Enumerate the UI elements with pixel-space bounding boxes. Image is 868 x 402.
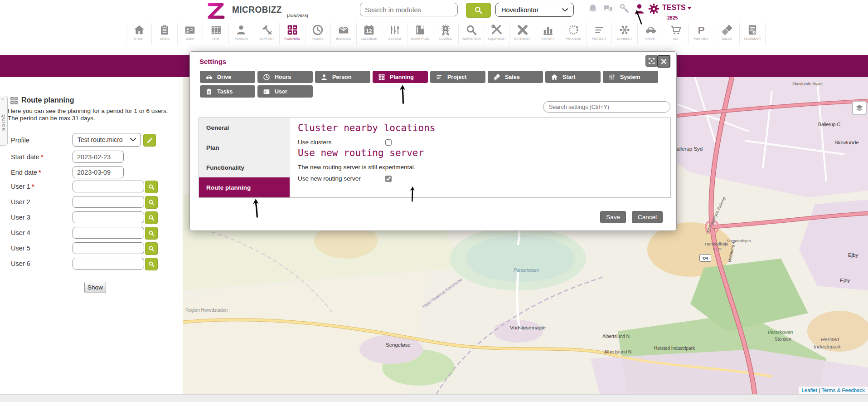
quick-tab-label: QUICK <box>1 114 6 132</box>
module-start[interactable]: START <box>126 23 151 45</box>
settings-tab-system[interactable]: System <box>603 71 658 83</box>
close-button[interactable] <box>657 55 670 68</box>
car-icon <box>645 24 656 36</box>
key-icon[interactable] <box>619 3 630 14</box>
module-process[interactable]: PROCESS <box>561 23 586 45</box>
end-date-input[interactable] <box>73 166 124 178</box>
reminder-doc-icon <box>747 24 758 36</box>
module-reminder[interactable]: REMINDER <box>739 23 765 45</box>
department-value: Hovedkontor <box>501 6 538 14</box>
module-tasks[interactable]: TASKS <box>151 23 177 45</box>
module-equipment[interactable]: EQUIPMENT <box>484 23 509 45</box>
module-invoices[interactable]: INVOICES <box>330 23 356 45</box>
module-planning[interactable]: PLANNING <box>279 23 305 45</box>
maximize-button[interactable] <box>645 55 658 67</box>
routing-note: The new routing server is still experime… <box>298 164 661 171</box>
user2-input[interactable] <box>73 196 144 208</box>
search-input[interactable] <box>360 3 458 16</box>
hammer-icon <box>261 24 273 36</box>
module-sales[interactable]: SALES <box>714 23 739 45</box>
module-project[interactable]: PROJECT <box>586 23 611 45</box>
search-button[interactable] <box>466 3 491 18</box>
settings-pane: Cluster nearby locations Use clusters Us… <box>290 118 670 197</box>
cancel-button[interactable]: Cancel <box>632 211 663 223</box>
module-course[interactable]: COURSE <box>433 23 458 45</box>
use-clusters-label: Use clusters <box>298 139 385 146</box>
user-menu[interactable]: TESTS <box>662 4 692 12</box>
show-button[interactable]: Show <box>84 282 106 293</box>
user4-search-button[interactable] <box>145 227 158 240</box>
chat-icon[interactable] <box>602 4 614 15</box>
module-hours[interactable]: HOURS <box>305 23 330 45</box>
search-icon <box>148 184 155 190</box>
start-date-input[interactable] <box>73 151 124 163</box>
module-drive[interactable]: DRIVE <box>637 23 663 45</box>
settings-tab-start[interactable]: Start <box>545 71 601 83</box>
settings-tab-drive[interactable]: Drive <box>200 71 255 83</box>
use-routing-checkbox[interactable] <box>385 176 392 182</box>
module-calendar[interactable]: CALENDAR <box>356 23 382 45</box>
user3-input[interactable] <box>73 211 144 223</box>
settings-tab-hours[interactable]: Hours <box>257 71 313 83</box>
module-crm[interactable]: CRM <box>203 23 228 45</box>
settings-tab-sales[interactable]: Sales <box>488 71 543 83</box>
module-partner[interactable]: PARTNER <box>689 23 714 45</box>
horizontal-scrollbar[interactable] <box>0 394 868 402</box>
settings-tab-planning[interactable]: Planning <box>373 71 428 83</box>
notifications-bell-icon[interactable] <box>587 3 598 14</box>
user6-search-button[interactable] <box>145 258 158 270</box>
module-report[interactable]: REPORT <box>535 23 560 45</box>
profile-select[interactable]: Test route.micro <box>73 133 141 147</box>
user1-search-button[interactable] <box>145 181 158 193</box>
module-system[interactable]: SYSTEM <box>382 23 407 45</box>
user3-search-button[interactable] <box>145 211 158 224</box>
nav-item-general[interactable]: General <box>199 118 290 138</box>
panel-description-line1: Here you can see the planning for a peri… <box>8 108 168 114</box>
module-connect[interactable]: CONNECT <box>611 23 637 45</box>
settings-gear-icon[interactable] <box>648 3 660 15</box>
nav-item-functionality[interactable]: Functionality <box>199 158 290 178</box>
user5-search-button[interactable] <box>145 242 158 255</box>
home-icon <box>551 74 558 81</box>
map-layers-control[interactable] <box>852 101 867 115</box>
module-user[interactable]: USER <box>177 23 203 45</box>
save-button[interactable]: Save <box>600 211 626 223</box>
id-card-icon <box>263 88 270 95</box>
quick-menu-tab[interactable]: « QUICK <box>0 96 8 146</box>
terms-link[interactable]: Terms & Feedback <box>821 387 865 393</box>
department-select[interactable]: Hovedkontor <box>495 3 574 17</box>
clock-icon <box>312 24 324 36</box>
leaflet-link[interactable]: Leaflet <box>801 387 817 393</box>
settings-tab-person[interactable]: Person <box>315 71 370 83</box>
user4-input[interactable] <box>73 227 144 239</box>
map-place-label: Vridsløsemagle <box>510 325 546 330</box>
settings-search-input[interactable] <box>543 101 670 113</box>
sliders-icon <box>608 74 616 81</box>
user6-input[interactable] <box>73 258 144 270</box>
nav-item-route-planning[interactable]: Route planning <box>199 177 290 197</box>
user1-input[interactable] <box>73 181 144 192</box>
crossed-tools-icon <box>491 24 503 36</box>
use-clusters-checkbox[interactable] <box>385 139 392 146</box>
module-person[interactable]: PERSON <box>228 23 254 45</box>
user6-label: User 6 <box>11 260 30 267</box>
profile-label: Profile <box>11 137 29 144</box>
module-support[interactable]: SUPPORT <box>254 23 279 45</box>
profile-person-icon[interactable] <box>633 3 645 15</box>
user5-input[interactable] <box>73 242 144 254</box>
settings-tab-tasks[interactable]: Tasks <box>200 85 255 98</box>
settings-tab-user[interactable]: User <box>257 85 313 98</box>
module-inspection[interactable]: INSPECTION <box>458 23 484 45</box>
edit-profile-button[interactable] <box>143 134 156 147</box>
map-place-label: Ballerup Syd <box>673 146 703 152</box>
module-work-plan[interactable]: WORK PLAN <box>407 23 432 45</box>
user5-label: User 5 <box>11 245 30 252</box>
nav-item-plan[interactable]: Plan <box>199 138 290 158</box>
settings-tab-project[interactable]: Project <box>430 71 485 83</box>
price-tags-icon <box>721 24 733 36</box>
user2-search-button[interactable] <box>145 196 158 209</box>
module-extranet[interactable]: EXTRANET <box>509 23 535 45</box>
module-edi[interactable]: EDI <box>663 23 688 45</box>
bar-chart-icon <box>542 24 554 36</box>
map-place-label: Stensen <box>775 337 791 342</box>
